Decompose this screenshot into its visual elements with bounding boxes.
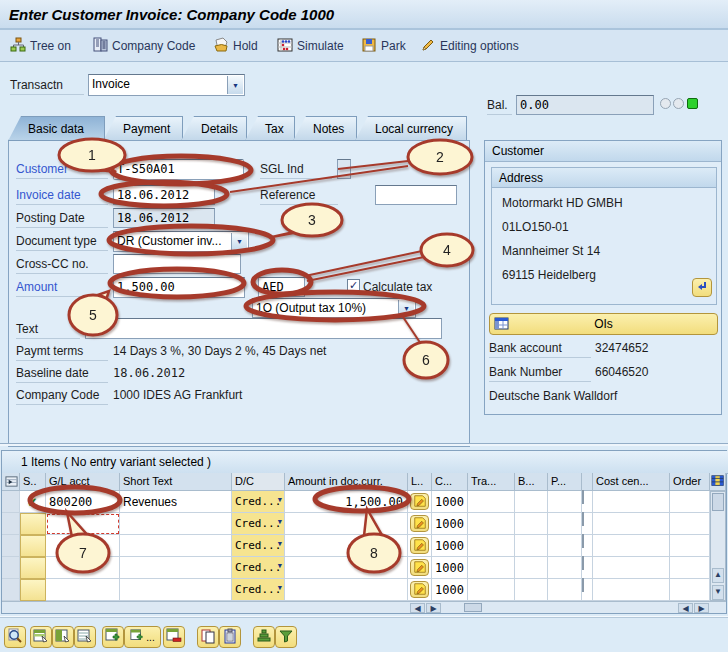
short-text-cell[interactable] — [120, 513, 232, 535]
p-cell[interactable] — [548, 557, 582, 579]
short-text-cell[interactable] — [120, 557, 232, 579]
order-cell[interactable] — [670, 491, 710, 513]
p-cell[interactable] — [548, 491, 582, 513]
b-cell[interactable] — [515, 557, 548, 579]
flag-cell[interactable] — [582, 557, 593, 579]
company-code-cell[interactable]: 1000 — [432, 513, 468, 535]
row-selector[interactable] — [2, 513, 20, 535]
note-pencil-icon[interactable] — [410, 559, 429, 576]
note-pencil-icon[interactable] — [410, 537, 429, 554]
company-code-cell[interactable]: 1000 — [432, 579, 468, 601]
col-tra[interactable]: Tra... — [468, 473, 515, 491]
col-cost-center[interactable]: Cost cen... — [593, 473, 670, 491]
col-dc[interactable]: D/C — [232, 473, 285, 491]
scrollbar-thumb[interactable] — [712, 493, 724, 511]
scroll-right-button[interactable]: ▶ — [426, 603, 441, 613]
col-order[interactable]: Order — [670, 473, 710, 491]
sort-ascending-button[interactable] — [253, 626, 275, 648]
long-text-cell[interactable] — [408, 513, 432, 535]
amount-cell[interactable] — [285, 579, 408, 601]
choose-detail-button[interactable] — [30, 626, 52, 648]
display-detail-button[interactable] — [74, 626, 96, 648]
b-cell[interactable] — [515, 579, 548, 601]
document-type-select[interactable]: DR (Customer inv... ▼ — [113, 231, 249, 252]
dc-select[interactable]: Cred...▼ — [232, 491, 285, 513]
vertical-scrollbar[interactable]: ▲ ▼ — [710, 491, 726, 601]
find-button[interactable] — [4, 626, 26, 648]
tra-cell[interactable] — [468, 535, 515, 557]
cost-center-cell[interactable] — [593, 535, 670, 557]
company-code-button[interactable]: Company Code — [92, 37, 195, 55]
tab-notes[interactable]: Notes — [293, 116, 357, 141]
cost-center-cell[interactable] — [593, 513, 670, 535]
dc-select[interactable]: Cred...▼ — [232, 535, 285, 557]
flag-checkbox[interactable] — [582, 556, 584, 570]
long-text-cell[interactable] — [408, 491, 432, 513]
chevron-down-icon[interactable]: ▼ — [231, 233, 247, 250]
tab-basic-data[interactable]: Basic data — [8, 116, 105, 141]
hold-button[interactable]: Hold — [213, 37, 258, 55]
tra-cell[interactable] — [468, 557, 515, 579]
paste-row-button[interactable] — [219, 626, 241, 648]
insert-row-button[interactable] — [102, 626, 124, 648]
row-selector[interactable] — [2, 557, 20, 579]
row-selector-header[interactable] — [2, 473, 20, 491]
row-status[interactable] — [20, 513, 46, 535]
dc-select[interactable]: Cred...▼ — [232, 579, 285, 601]
scroll-up-button[interactable]: ▲ — [712, 568, 724, 583]
long-text-cell[interactable] — [408, 557, 432, 579]
invoice-date-field[interactable]: 18.06.2012 — [113, 185, 215, 205]
calculate-tax-checkbox[interactable]: ✓ — [347, 279, 360, 292]
row-status[interactable] — [20, 557, 46, 579]
company-code-cell[interactable]: 1000 — [432, 535, 468, 557]
p-cell[interactable] — [548, 513, 582, 535]
tree-on-button[interactable]: Tree on — [10, 37, 71, 55]
simulate-button[interactable]: Simulate — [277, 37, 344, 55]
dc-select[interactable]: Cred...▼ — [232, 513, 285, 535]
amount-cell[interactable] — [285, 513, 408, 535]
short-text-cell[interactable]: Revenues — [120, 491, 232, 513]
flag-checkbox[interactable] — [582, 578, 584, 592]
col-short-text[interactable]: Short Text — [120, 473, 232, 491]
scroll-right-button[interactable]: ▶ — [694, 603, 709, 613]
b-cell[interactable] — [515, 535, 548, 557]
amount-field[interactable]: 1,500.00 — [113, 277, 245, 298]
order-cell[interactable] — [670, 535, 710, 557]
gl-acct-cell[interactable] — [46, 535, 120, 557]
transaction-select[interactable]: Invoice ▼ — [88, 74, 245, 96]
p-cell[interactable] — [548, 535, 582, 557]
col-status[interactable]: S.. — [20, 473, 46, 491]
tab-tax[interactable]: Tax — [245, 116, 295, 141]
row-selector[interactable] — [2, 579, 20, 601]
flag-cell[interactable] — [582, 491, 593, 513]
col-b[interactable]: B... — [515, 473, 548, 491]
flag-checkbox[interactable] — [582, 490, 584, 504]
cross-cc-field[interactable] — [113, 254, 241, 274]
scroll-left-button[interactable]: ◀ — [678, 603, 693, 613]
text-field[interactable] — [85, 318, 442, 339]
long-text-cell[interactable] — [408, 535, 432, 557]
currency-field[interactable]: AED — [258, 277, 305, 297]
gl-acct-cell[interactable]: 800200 — [46, 491, 120, 513]
amount-cell[interactable] — [285, 557, 408, 579]
order-cell[interactable] — [670, 557, 710, 579]
cost-center-cell[interactable] — [593, 557, 670, 579]
customer-field[interactable]: T-S50A01 — [113, 159, 244, 180]
company-code-cell[interactable]: 1000 — [432, 557, 468, 579]
note-pencil-icon[interactable] — [410, 581, 429, 598]
b-cell[interactable] — [515, 491, 548, 513]
col-gl-acct[interactable]: G/L acct — [46, 473, 120, 491]
insert-row-options-button[interactable]: ... — [124, 626, 161, 648]
company-code-cell[interactable]: 1000 — [432, 491, 468, 513]
row-status[interactable] — [20, 579, 46, 601]
chevron-down-icon[interactable]: ▼ — [227, 76, 243, 94]
note-pencil-icon[interactable] — [410, 515, 429, 532]
amount-cell[interactable]: 1,500.00 — [285, 491, 408, 513]
scroll-left-button[interactable]: ◀ — [410, 603, 425, 613]
horizontal-scrollbar[interactable]: ◀ ▶ ◀ ▶ — [2, 601, 726, 613]
dc-select[interactable]: Cred...▼ — [232, 557, 285, 579]
col-c[interactable]: C... — [432, 473, 468, 491]
tra-cell[interactable] — [468, 513, 515, 535]
filter-button[interactable] — [275, 626, 297, 648]
gl-acct-cell-active[interactable] — [46, 513, 120, 535]
